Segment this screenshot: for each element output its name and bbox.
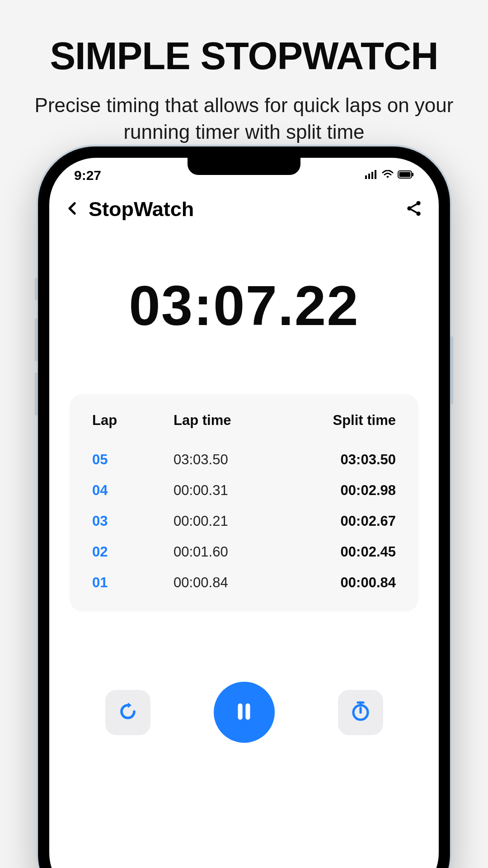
split-time: 00:02.67	[273, 513, 396, 529]
lap-time: 00:00.31	[174, 482, 273, 499]
reset-icon	[117, 701, 139, 724]
split-time: 00:00.84	[273, 575, 396, 591]
wifi-icon	[381, 170, 394, 181]
lap-row: 0100:00.8400:00.84	[92, 567, 396, 598]
pause-button[interactable]	[214, 682, 275, 743]
app-header: StopWatch	[49, 185, 439, 221]
share-button[interactable]	[405, 199, 423, 219]
split-time: 00:02.98	[273, 482, 396, 499]
status-time: 9:27	[74, 168, 101, 183]
svg-rect-6	[412, 173, 413, 176]
lap-time: 00:00.21	[174, 513, 273, 529]
lap-number: 02	[92, 544, 174, 560]
lap-time: 00:00.84	[174, 575, 273, 591]
svg-point-7	[407, 206, 411, 210]
lap-table-header: Lap Lap time Split time	[92, 412, 396, 429]
lap-number: 03	[92, 513, 174, 529]
svg-line-11	[411, 209, 417, 212]
svg-point-9	[416, 212, 420, 216]
split-time: 00:02.45	[273, 544, 396, 560]
phone-side-button	[35, 278, 38, 300]
phone-screen: 9:27 StopWatch	[49, 158, 439, 868]
lap-row: 0400:00.3100:02.98	[92, 475, 396, 506]
pause-icon	[232, 699, 256, 726]
lap-number: 05	[92, 452, 174, 468]
battery-icon	[398, 170, 414, 180]
reset-button[interactable]	[105, 690, 150, 735]
svg-rect-1	[368, 174, 370, 179]
column-header-split: Split time	[273, 412, 396, 429]
split-time: 03:03.50	[273, 452, 396, 468]
lap-number: 01	[92, 575, 174, 591]
lap-row: 0503:03.5003:03.50	[92, 444, 396, 475]
lap-number: 04	[92, 482, 174, 499]
svg-rect-12	[238, 703, 243, 720]
stopwatch-icon	[350, 701, 371, 724]
svg-rect-13	[245, 703, 250, 720]
lap-time: 03:03.50	[174, 452, 273, 468]
lap-time: 00:01.60	[174, 544, 273, 560]
lap-button[interactable]	[338, 690, 383, 735]
svg-rect-2	[371, 172, 373, 179]
promo-title: SIMPLE STOPWATCH	[0, 34, 488, 78]
phone-side-button	[450, 336, 453, 404]
svg-rect-0	[365, 175, 367, 179]
phone-frame: 9:27 StopWatch	[36, 145, 452, 868]
svg-point-8	[416, 201, 420, 205]
lap-row: 0300:00.2100:02.67	[92, 506, 396, 537]
column-header-lap: Lap	[92, 412, 174, 429]
phone-side-button	[35, 318, 38, 361]
lap-table: Lap Lap time Split time 0503:03.5003:03.…	[70, 394, 418, 612]
svg-rect-5	[399, 172, 411, 177]
phone-notch	[188, 158, 300, 175]
controls	[49, 682, 439, 743]
lap-row: 0200:01.6000:02.45	[92, 537, 396, 567]
back-button[interactable]	[65, 201, 80, 218]
svg-line-10	[411, 204, 417, 208]
elapsed-time: 03:07.22	[49, 273, 439, 338]
app-title: StopWatch	[89, 198, 194, 221]
phone-side-button	[35, 373, 38, 415]
svg-rect-3	[375, 170, 376, 179]
promo-subtitle: Precise timing that allows for quick lap…	[0, 92, 488, 146]
cellular-icon	[365, 170, 378, 181]
column-header-laptime: Lap time	[174, 412, 273, 429]
